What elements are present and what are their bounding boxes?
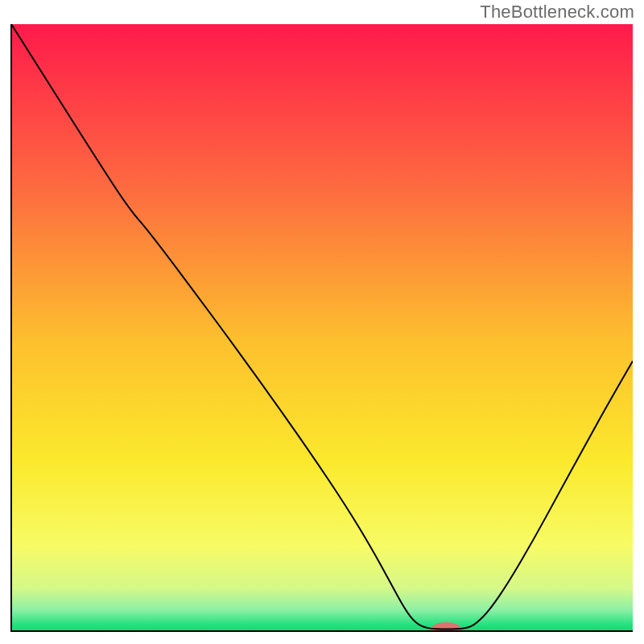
bottleneck-chart — [0, 0, 644, 644]
svg-rect-1 — [11, 24, 633, 631]
chart-container: { "watermark": "TheBottleneck.com", "cha… — [0, 0, 644, 644]
